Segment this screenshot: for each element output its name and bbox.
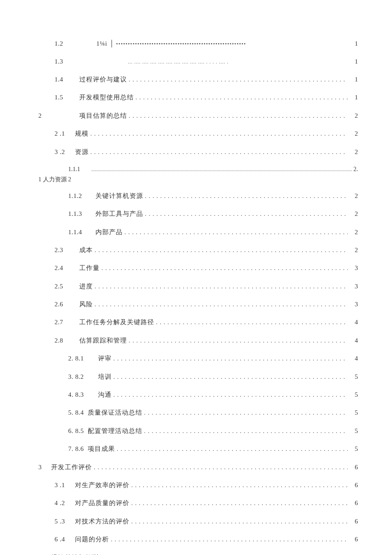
toc-row-2-3: 2.3 成本 2: [38, 245, 358, 255]
toc-num: 2. 8.1: [68, 353, 95, 363]
toc-label: 外部工具与产品: [95, 209, 143, 219]
toc-leader: [117, 444, 348, 454]
toc-row-2-8-6: 7. 8.6 项目成果 5: [38, 444, 358, 454]
toc-row-2-8-4: 5. 8.4 质量保证活动总结 5: [38, 407, 358, 418]
toc-row-2-6: 2.6 风险 3: [38, 299, 358, 309]
toc-page: 3: [349, 281, 358, 291]
toc-label: 过程评价与建议: [79, 74, 127, 84]
toc-num: 4 .2: [55, 498, 75, 508]
toc-leader: [113, 389, 348, 400]
toc-page: 4: [349, 317, 358, 327]
toc-label: 内部产品: [95, 227, 123, 237]
toc-row-1-1-3: 1.1.3 外部工具与产品 2: [38, 209, 358, 219]
toc-num: 1.5: [55, 92, 75, 102]
toc-num: 6. 8.5: [68, 426, 88, 436]
toc-label: 开发工作评价: [51, 462, 92, 472]
toc-num: 4. 8.3: [68, 389, 95, 400]
toc-row-2: 2 项目估算的总结 2: [38, 110, 358, 121]
toc-row-2-8-3: 4. 8.3 沟通 5: [38, 389, 358, 400]
toc-label: 培训: [98, 372, 112, 382]
toc-row-2-8-2: 3. 8.2 培训 5: [38, 372, 358, 382]
toc-leader: [101, 263, 348, 273]
toc-leader: [101, 552, 348, 555]
toc-leader: [124, 227, 348, 237]
toc-page: 3: [349, 263, 358, 273]
toc-page: 2: [349, 191, 358, 201]
toc-row-1-1-1-wrap: 1.1.1 2. 1 人力资源 2: [38, 165, 358, 185]
toc-leader: [128, 56, 239, 67]
toc-page: 6: [349, 480, 358, 490]
toc-row-2-2: 3 .2 资源 2: [38, 147, 358, 157]
toc-leader: [111, 534, 348, 544]
toc-page: 6: [349, 516, 358, 526]
toc-leader: [95, 245, 348, 255]
toc-row-3-1: 3 .1 对生产效率的评价 6: [38, 480, 358, 490]
toc-label: 资源: [75, 147, 89, 157]
toc-row-3: 3 开发工作评价 6: [38, 462, 358, 472]
toc-num: 2.4: [55, 263, 75, 273]
toc-row-2-8-1: 2. 8.1 评审 4: [38, 353, 358, 363]
toc-label: 估算跟踪和管理: [79, 335, 127, 346]
toc-leader: [145, 209, 348, 219]
toc-leader: [90, 147, 348, 157]
toc-leader: [145, 191, 348, 201]
toc-label: 开发模型使用总结: [79, 92, 134, 102]
toc-row-3-4: 6 .4 问题的分析 6: [38, 534, 358, 544]
toc-num: 1.3: [55, 56, 75, 67]
toc-leader: [91, 165, 352, 174]
toc-page: 6: [349, 534, 358, 544]
toc-label: 关键计算机资源: [95, 191, 143, 201]
toc-row-1-4: 1.4 过程评价与建议 1: [38, 74, 358, 84]
toc-num: 2.6: [55, 299, 75, 309]
toc-label: 成本: [79, 245, 93, 255]
toc-page: 4: [349, 335, 358, 346]
toc-page: 2: [349, 147, 358, 157]
toc-leader: [156, 317, 348, 327]
toc-label: 规模: [75, 128, 89, 139]
toc-num: 3: [38, 462, 51, 472]
toc-page: 5: [349, 426, 358, 436]
toc-page: 1: [349, 56, 358, 67]
toc-leader: [131, 498, 348, 508]
toc-page: 5: [349, 444, 358, 454]
toc-row-2-5: 2.5 进度 3: [38, 281, 358, 291]
toc-page: 3: [349, 299, 358, 309]
toc-leader: [129, 335, 348, 346]
toc-label: 问题的分析: [75, 534, 109, 544]
toc-num: 1.1.2: [68, 191, 95, 201]
toc-page: 6: [349, 498, 358, 508]
toc-label: 工作量: [79, 263, 100, 273]
toc-num: 5. 8.4: [68, 407, 88, 418]
toc-row-4: 4 经验总结与教训 7: [38, 552, 358, 555]
toc-leader: [144, 426, 348, 436]
toc-num: 2.8: [55, 335, 75, 346]
toc-label: 配置管理活动总结: [88, 426, 142, 436]
toc-num: 3 .2: [55, 147, 75, 157]
toc-label: 1⅛i │: [96, 38, 114, 49]
toc-page: 2: [349, 110, 358, 121]
toc-row-3-3: 5 .3 对技术方法的评价 6: [38, 516, 358, 526]
toc-leader: [113, 372, 348, 382]
toc-page: 2: [349, 209, 358, 219]
toc-page: 7: [349, 552, 358, 555]
toc-label: 1 人力资源 2: [38, 175, 358, 184]
toc-label: 沟通: [98, 389, 112, 400]
toc-num: 5 .3: [55, 516, 75, 526]
toc-num: 2.5: [55, 281, 75, 291]
toc-row-2-1: 2 .1 规模 2: [38, 128, 358, 139]
toc-label: 对生产效率的评价: [75, 480, 130, 490]
toc-label: 风险: [79, 299, 93, 309]
toc-label: 项目估算的总结: [79, 110, 127, 121]
toc-page: 5: [349, 372, 358, 382]
toc-num: 2.3: [55, 245, 75, 255]
toc-page: 1: [349, 38, 358, 49]
toc-label: 对技术方法的评价: [75, 516, 130, 526]
toc-page: 5: [349, 389, 358, 400]
toc-num: 6 .4: [55, 534, 75, 544]
toc-label: 对产品质量的评价: [75, 498, 130, 508]
toc-num: 1.1.1: [68, 165, 89, 174]
toc-row-1-3: 1.3 1: [38, 56, 358, 67]
toc-row-2-8: 2.8 估算跟踪和管理 4: [38, 335, 358, 346]
toc-leader: [144, 407, 348, 418]
toc-num: 7. 8.6: [68, 444, 88, 454]
